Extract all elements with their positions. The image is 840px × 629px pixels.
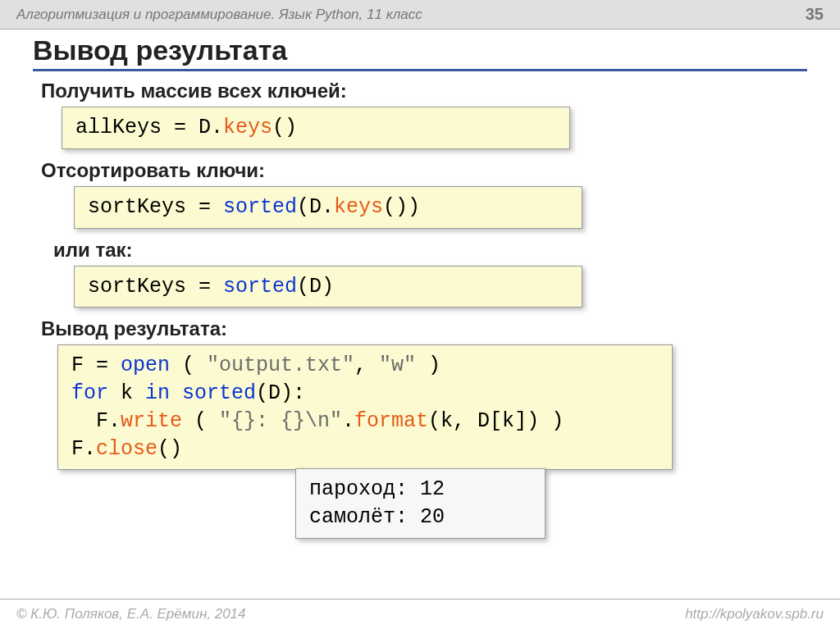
section-sort-keys: Отсортировать ключи: — [33, 159, 807, 182]
code-output-file: F = open ( "output.txt", "w" ) for k in … — [57, 344, 673, 470]
slide-content: Вывод результата Получить массив всех кл… — [0, 30, 840, 539]
slide-footer: © К.Ю. Поляков, Е.А. Ерёмин, 2014 http:/… — [0, 599, 840, 629]
slide-header: Алгоритмизация и программирование. Язык … — [0, 0, 840, 30]
footer-authors: © К.Ю. Поляков, Е.А. Ерёмин, 2014 — [16, 606, 246, 622]
code-allkeys: allKeys = D.keys() — [62, 107, 570, 149]
section-output: Вывод результата: — [33, 317, 807, 340]
output-box: пароход: 12 самолёт: 20 — [295, 468, 546, 539]
course-label: Алгоритмизация и программирование. Язык … — [16, 7, 422, 23]
section-or-so: или так: — [33, 239, 807, 262]
page-number: 35 — [806, 5, 824, 24]
slide-title: Вывод результата — [33, 34, 807, 71]
code-sorted-d: sortKeys = sorted(D) — [74, 266, 582, 308]
code-sorted-keys: sortKeys = sorted(D.keys()) — [74, 186, 582, 229]
section-get-keys: Получить массив всех ключей: — [33, 80, 807, 103]
footer-url: http://kpolyakov.spb.ru — [685, 606, 824, 622]
